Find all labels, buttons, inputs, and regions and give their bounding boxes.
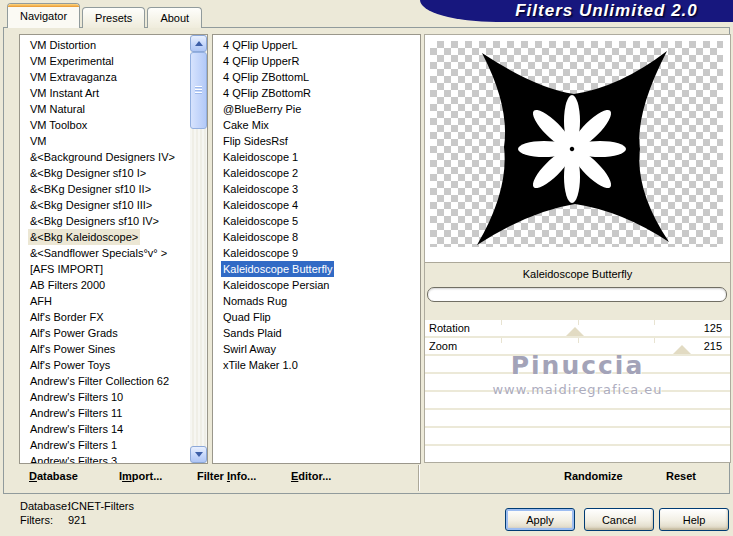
list-item[interactable]: Kaleidoscope 3: [213, 181, 420, 197]
list-item[interactable]: Quad Flip: [213, 309, 420, 325]
list-item[interactable]: VM Extravaganza: [20, 69, 190, 85]
filter-list-rows: 4 QFlip UpperL4 QFlip UpperR4 QFlip ZBot…: [213, 37, 420, 463]
list-item[interactable]: VM Instant Art: [20, 85, 190, 101]
list-item[interactable]: Kaleidoscope 2: [213, 165, 420, 181]
filter-list[interactable]: 4 QFlip UpperL4 QFlip UpperR4 QFlip ZBot…: [212, 34, 421, 464]
preview-area: [425, 35, 730, 262]
toolbar-database-button[interactable]: Database: [29, 470, 78, 482]
slider-rotation[interactable]: Rotation125: [425, 320, 730, 336]
empty-slider-row: [425, 356, 730, 372]
category-list-scrollbar[interactable]: [190, 35, 207, 463]
list-item[interactable]: &<Bkg Designer sf10 I>: [20, 165, 190, 181]
tab-about[interactable]: About: [147, 7, 202, 28]
list-item[interactable]: &<BKg Designer sf10 II>: [20, 181, 190, 197]
slider-label: Zoom: [429, 338, 457, 354]
list-item[interactable]: VM Natural: [20, 101, 190, 117]
list-item[interactable]: Andrew's Filters 1: [20, 437, 190, 453]
list-item[interactable]: Andrew's Filters 11: [20, 405, 190, 421]
slider-thumb[interactable]: [566, 327, 584, 336]
toolbar-randomize-button[interactable]: Randomize: [564, 470, 623, 482]
list-item[interactable]: &<Bkg Kaleidoscope>: [20, 229, 190, 245]
list-item[interactable]: Sands Plaid: [213, 325, 420, 341]
list-item-label: Andrew's Filters 11: [28, 405, 124, 421]
toolbar-label-part: m: [122, 470, 132, 482]
toolbar-label-part: ditor...: [298, 470, 331, 482]
list-item-label: 4 QFlip ZBottomR: [221, 85, 313, 101]
help-button[interactable]: Help: [659, 508, 729, 531]
list-item[interactable]: Kaleidoscope 9: [213, 245, 420, 261]
slider-zoom[interactable]: Zoom215: [425, 338, 730, 354]
scroll-up-icon: [195, 41, 203, 46]
list-item[interactable]: [AFS IMPORT]: [20, 261, 190, 277]
list-item-label: &<Background Designers IV>: [28, 149, 177, 165]
filters-value: 921: [68, 514, 86, 526]
list-item[interactable]: 4 QFlip ZBottomR: [213, 85, 420, 101]
slider-thumb[interactable]: [673, 345, 691, 354]
list-item-label: AB Filters 2000: [28, 277, 107, 293]
list-item[interactable]: Andrew's Filter Collection 62: [20, 373, 190, 389]
list-item-label: Kaleidoscope Persian: [221, 277, 331, 293]
scrollbar-thumb[interactable]: [190, 52, 207, 129]
list-item[interactable]: Kaleidoscope 8: [213, 229, 420, 245]
list-item[interactable]: Andrew's Filters 14: [20, 421, 190, 437]
list-item[interactable]: &<Bkg Designer sf10 III>: [20, 197, 190, 213]
list-item[interactable]: Andrew's Filters 3: [20, 453, 190, 463]
list-item[interactable]: &<Background Designers IV>: [20, 149, 190, 165]
tab-navigator[interactable]: Navigator: [7, 3, 80, 28]
list-item[interactable]: VM Toolbox: [20, 117, 190, 133]
dialog: Filters Unlimited 2.0 NavigatorPresetsAb…: [0, 0, 733, 536]
list-item[interactable]: AB Filters 2000: [20, 277, 190, 293]
empty-slider-row: [425, 374, 730, 390]
tab-strip: NavigatorPresetsAbout: [7, 3, 204, 28]
list-item-label: Alf's Power Toys: [28, 357, 112, 373]
list-item[interactable]: Kaleidoscope Butterfly: [213, 261, 420, 277]
slider-tick: [501, 338, 502, 343]
list-item[interactable]: 4 QFlip UpperR: [213, 53, 420, 69]
list-item[interactable]: Cake Mix: [213, 117, 420, 133]
list-item-label: Cake Mix: [221, 117, 271, 133]
category-list[interactable]: VM DistortionVM ExperimentalVM Extravaga…: [19, 34, 208, 464]
toolbar-label-part: atabase: [37, 470, 78, 482]
list-item[interactable]: Kaleidoscope Persian: [213, 277, 420, 293]
toolbar-filterinfo-button[interactable]: Filter Info...: [197, 470, 256, 482]
list-item[interactable]: Kaleidoscope 4: [213, 197, 420, 213]
scroll-up-button[interactable]: [190, 35, 207, 52]
list-item-label: &<BKg Designer sf10 II>: [28, 181, 153, 197]
tab-presets[interactable]: Presets: [82, 7, 145, 28]
list-item[interactable]: VM: [20, 133, 190, 149]
list-item[interactable]: xTile Maker 1.0: [213, 357, 420, 373]
toolbar-import-button[interactable]: Import...: [119, 470, 162, 482]
list-item[interactable]: Kaleidoscope 1: [213, 149, 420, 165]
cancel-button[interactable]: Cancel: [584, 508, 654, 531]
list-item[interactable]: VM Experimental: [20, 53, 190, 69]
list-item[interactable]: Alf's Power Sines: [20, 341, 190, 357]
list-item[interactable]: Alf's Power Toys: [20, 357, 190, 373]
apply-button[interactable]: Apply: [505, 508, 575, 531]
list-item[interactable]: Flip SidesRsf: [213, 133, 420, 149]
preview-progress-bar: [427, 287, 727, 302]
list-item[interactable]: Alf's Power Grads: [20, 325, 190, 341]
list-item-label: &<Bkg Kaleidoscope>: [28, 229, 140, 245]
toolbar-label-part: Filter: [197, 470, 227, 482]
list-item[interactable]: &<Sandflower Specials°v° >: [20, 245, 190, 261]
list-item-label: Quad Flip: [221, 309, 273, 325]
toolbar-editor-button[interactable]: Editor...: [291, 470, 331, 482]
list-item[interactable]: 4 QFlip ZBottomL: [213, 69, 420, 85]
list-item[interactable]: &<Bkg Designers sf10 IV>: [20, 213, 190, 229]
toolbar-label-part: port...: [132, 470, 163, 482]
list-item[interactable]: @BlueBerry Pie: [213, 101, 420, 117]
list-item[interactable]: Alf's Border FX: [20, 309, 190, 325]
list-item[interactable]: Kaleidoscope 5: [213, 213, 420, 229]
list-item[interactable]: Swirl Away: [213, 341, 420, 357]
toolbar-reset-button[interactable]: Reset: [666, 470, 696, 482]
list-item[interactable]: Nomads Rug: [213, 293, 420, 309]
preview-image: [430, 41, 723, 247]
list-item[interactable]: AFH: [20, 293, 190, 309]
list-item[interactable]: Andrew's Filters 10: [20, 389, 190, 405]
list-item[interactable]: VM Distortion: [20, 37, 190, 53]
list-item-label: Kaleidoscope 5: [221, 213, 300, 229]
scroll-down-button[interactable]: [190, 446, 207, 463]
empty-slider-row: [425, 428, 730, 444]
list-item-label: VM Distortion: [28, 37, 98, 53]
list-item[interactable]: 4 QFlip UpperL: [213, 37, 420, 53]
